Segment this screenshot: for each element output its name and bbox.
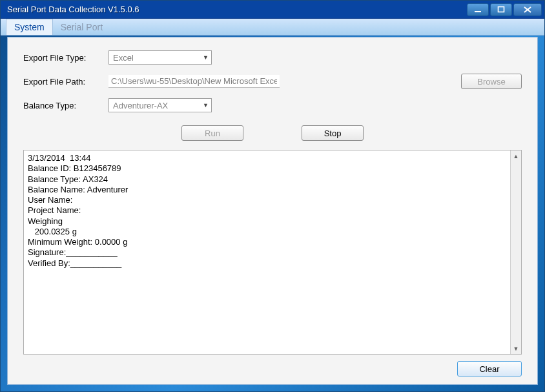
export-file-type-value: Excel	[113, 53, 134, 63]
footer-row: Clear	[23, 361, 522, 377]
menubar: System Serial Port	[1, 19, 544, 36]
export-file-path-input[interactable]	[108, 75, 280, 88]
row-balance-type: Balance Type: Adventurer-AX ▼	[23, 98, 522, 112]
close-icon	[523, 6, 532, 14]
scroll-up-icon[interactable]: ▲	[511, 150, 521, 161]
chevron-down-icon: ▼	[203, 102, 209, 108]
close-button[interactable]	[513, 3, 542, 16]
balance-type-label: Balance Type:	[23, 101, 101, 110]
svg-rect-0	[475, 11, 481, 12]
run-button[interactable]: Run	[181, 125, 243, 141]
browse-button[interactable]: Browse	[461, 74, 522, 89]
row-export-file-type: Export File Type: Excel ▼	[23, 50, 522, 65]
export-file-path-label: Export File Path:	[23, 77, 101, 87]
chevron-down-icon: ▼	[203, 54, 209, 61]
export-file-type-dropdown[interactable]: Excel ▼	[108, 50, 212, 65]
minimize-button[interactable]	[467, 3, 489, 16]
log-scrollbar[interactable]: ▲ ▼	[510, 150, 521, 354]
minimize-icon	[474, 6, 482, 14]
balance-type-dropdown[interactable]: Adventurer-AX ▼	[108, 98, 212, 112]
titlebar: Serial Port Data Collection V1.5.0.6	[1, 1, 544, 19]
app-window: Serial Port Data Collection V1.5.0.6 Sys…	[0, 0, 545, 392]
titlebar-buttons	[467, 3, 542, 16]
menu-system[interactable]: System	[6, 19, 53, 35]
row-export-file-path: Export File Path: Browse	[23, 74, 522, 89]
balance-type-value: Adventurer-AX	[113, 101, 168, 110]
menu-serial-port[interactable]: Serial Port	[53, 19, 110, 35]
export-file-type-label: Export File Type:	[23, 53, 101, 63]
svg-rect-1	[499, 6, 504, 12]
action-row: Run Stop	[23, 125, 522, 141]
log-textbox[interactable]: 3/13/2014 13:44 Balance ID: B123456789 B…	[23, 150, 522, 355]
content-panel: Export File Type: Excel ▼ Export File Pa…	[7, 37, 538, 385]
stop-button[interactable]: Stop	[302, 125, 364, 141]
log-area: 3/13/2014 13:44 Balance ID: B123456789 B…	[23, 150, 522, 355]
clear-button[interactable]: Clear	[457, 361, 522, 377]
maximize-icon	[497, 6, 505, 14]
maximize-button[interactable]	[490, 3, 512, 16]
window-title: Serial Port Data Collection V1.5.0.6	[7, 5, 139, 14]
scroll-down-icon[interactable]: ▼	[511, 343, 521, 354]
